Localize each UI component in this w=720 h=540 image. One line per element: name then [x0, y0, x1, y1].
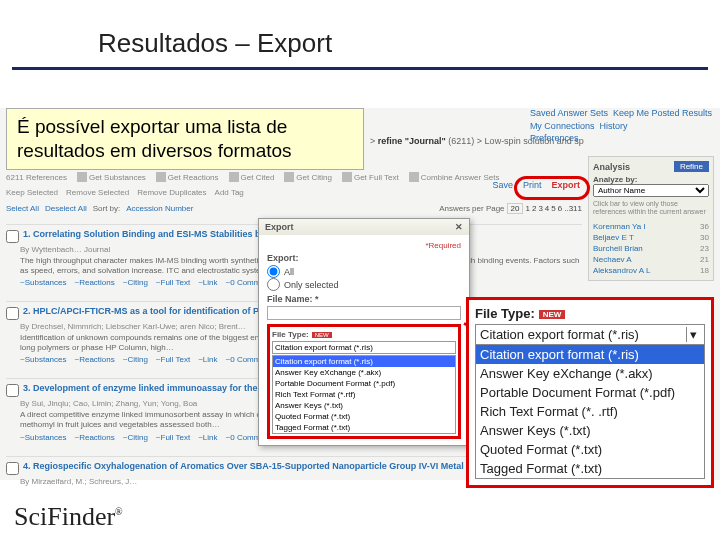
- close-icon[interactable]: ✕: [455, 222, 463, 232]
- keep-selected[interactable]: Keep Selected: [6, 188, 58, 197]
- filetype-option[interactable]: Quoted Format (*.txt): [273, 411, 455, 422]
- result-link[interactable]: ~Full Text: [156, 278, 190, 287]
- new-badge: NEW: [539, 310, 566, 319]
- sort-label: Sort by:: [93, 204, 121, 213]
- result-link[interactable]: ~Citing: [123, 278, 148, 287]
- add-tag[interactable]: Add Tag: [215, 188, 244, 197]
- required-note: *Required: [267, 241, 461, 250]
- analyze-by-select[interactable]: Author Name: [593, 184, 709, 197]
- tool[interactable]: Get Full Text: [342, 172, 399, 182]
- result-title[interactable]: 2. HPLC/APCI-FTICR-MS as a tool for iden…: [23, 306, 290, 320]
- filetype-option[interactable]: Answer Key eXchange (*.akx): [476, 364, 704, 383]
- result-checkbox[interactable]: [6, 307, 19, 320]
- page[interactable]: 6: [558, 204, 562, 213]
- breadcrumb: > refine "Journal" (6211) > Low-spin sol…: [370, 136, 584, 146]
- author-bar[interactable]: Beljaev E T30: [593, 232, 709, 243]
- tool[interactable]: Get Reactions: [156, 172, 219, 182]
- filetype-option[interactable]: Citation export format (*.ris): [273, 356, 455, 367]
- link[interactable]: History: [599, 121, 627, 131]
- filetype-dropdown[interactable]: Citation export format (*.ris)▾ Citation…: [475, 324, 705, 479]
- page[interactable]: 5: [551, 204, 555, 213]
- select-all[interactable]: Select All: [6, 204, 39, 213]
- result-link[interactable]: ~Reactions: [74, 355, 114, 364]
- link[interactable]: Saved Answer Sets: [530, 108, 608, 118]
- filetype-dropdown-list: Citation export format (*.ris) Answer Ke…: [272, 355, 456, 434]
- link[interactable]: My Connections: [530, 121, 595, 131]
- result-link[interactable]: ~Link: [198, 355, 217, 364]
- result-link[interactable]: ~Citing: [123, 355, 148, 364]
- tool[interactable]: Get Cited: [229, 172, 275, 182]
- per-page[interactable]: 20: [507, 203, 524, 214]
- result-link[interactable]: ~Full Text: [156, 433, 190, 442]
- result-checkbox[interactable]: [6, 384, 19, 397]
- radio-all[interactable]: [267, 265, 280, 278]
- filetype-option[interactable]: Rich Text Format (*. .rtf): [476, 402, 704, 421]
- page[interactable]: 1: [525, 204, 529, 213]
- result-title[interactable]: 4. Regiospecific Oxyhalogenation of Arom…: [23, 461, 496, 475]
- result-title[interactable]: 3. Development of enzyme linked immunoas…: [23, 383, 296, 397]
- radio-all-label: All: [284, 267, 294, 277]
- page-total: ..311: [564, 204, 582, 213]
- author-bar[interactable]: Nechaev A21: [593, 254, 709, 265]
- deselect-all[interactable]: Deselect All: [45, 204, 87, 213]
- result-checkbox[interactable]: [6, 230, 19, 243]
- scifinder-logo: SciFinder®: [14, 502, 123, 532]
- ref-subtoolbar: Keep Selected Remove Selected Remove Dup…: [6, 188, 582, 197]
- filetype-option[interactable]: Portable Document Format (*.pdf): [273, 378, 455, 389]
- link[interactable]: Keep Me Posted Results: [613, 108, 712, 118]
- refine-button[interactable]: Refine: [674, 161, 709, 172]
- export-scope-label: Export:: [267, 253, 461, 263]
- callout-annotation: É possível exportar uma lista de resulta…: [6, 108, 364, 170]
- remove-selected[interactable]: Remove Selected: [66, 188, 129, 197]
- filetype-small-highlight: File Type:NEW Citation export format (*.…: [267, 324, 461, 439]
- filetype-select[interactable]: Citation export format (*.ris): [272, 341, 456, 354]
- filetype-label: File Type:: [272, 330, 309, 339]
- result-link[interactable]: ~Reactions: [74, 433, 114, 442]
- filetype-option[interactable]: Tagged Format (*.txt): [273, 422, 455, 433]
- radio-selected[interactable]: [267, 278, 280, 291]
- tool[interactable]: Combine Answer Sets: [409, 172, 500, 182]
- filetype-option[interactable]: Answer Keys (*.txt): [273, 400, 455, 411]
- author-bar[interactable]: Burchell Brian23: [593, 243, 709, 254]
- filetype-option[interactable]: Quoted Format (*.txt): [476, 440, 704, 459]
- filetype-option[interactable]: Answer Keys (*.txt): [476, 421, 704, 440]
- dialog-title: Export: [265, 222, 294, 232]
- result-link[interactable]: ~Reactions: [74, 278, 114, 287]
- chevron-down-icon[interactable]: ▾: [686, 327, 700, 342]
- result-link[interactable]: ~Link: [198, 433, 217, 442]
- result-title[interactable]: 1. Correlating Solution Binding and ESI-…: [23, 229, 277, 243]
- filetype-option[interactable]: Portable Document Format (*.pdf): [476, 383, 704, 402]
- filetype-option[interactable]: Tagged Format (*.txt): [476, 459, 704, 478]
- result-checkbox[interactable]: [6, 462, 19, 475]
- page[interactable]: 3: [538, 204, 542, 213]
- export-dialog: Export✕ *Required Export: All Only selec…: [258, 218, 470, 446]
- page[interactable]: 2: [532, 204, 536, 213]
- filename-input[interactable]: [267, 306, 461, 320]
- analyze-note: Click bar to view only those references …: [593, 200, 709, 217]
- filetype-option[interactable]: Answer Key eXchange (*.akx): [273, 367, 455, 378]
- tool[interactable]: Get Substances: [77, 172, 146, 182]
- filetype-option[interactable]: Citation export format (*.ris): [476, 345, 704, 364]
- filetype-detail-popup: File Type:NEW Citation export format (*.…: [466, 297, 714, 488]
- ref-toolbar: 6211 References Get Substances Get React…: [6, 172, 582, 182]
- result-link[interactable]: ~Full Text: [156, 355, 190, 364]
- new-badge: NEW: [312, 332, 332, 338]
- author-bar[interactable]: Aleksandrov A L18: [593, 265, 709, 276]
- export-highlight-oval: [514, 176, 590, 200]
- result-link[interactable]: ~Link: [198, 278, 217, 287]
- slide-title: Resultados – Export: [0, 0, 720, 67]
- page[interactable]: 4: [545, 204, 549, 213]
- result-link[interactable]: ~Citing: [123, 433, 148, 442]
- analyze-by-label: Analyze by:: [593, 175, 709, 184]
- author-bar[interactable]: Korenman Ya I36: [593, 221, 709, 232]
- filetype-options: Citation export format (*.ris) Answer Ke…: [476, 345, 704, 478]
- result-link[interactable]: ~Substances: [20, 433, 66, 442]
- per-page-label: Answers per Page: [439, 204, 504, 213]
- tool[interactable]: Get Citing: [284, 172, 332, 182]
- sort-value[interactable]: Accession Number: [126, 204, 193, 213]
- result-link[interactable]: ~Substances: [20, 278, 66, 287]
- result-link[interactable]: ~Substances: [20, 355, 66, 364]
- remove-dup[interactable]: Remove Duplicates: [137, 188, 206, 197]
- filetype-option[interactable]: Rich Text Format (*.rtf): [273, 389, 455, 400]
- ref-count: 6211 References: [6, 173, 67, 182]
